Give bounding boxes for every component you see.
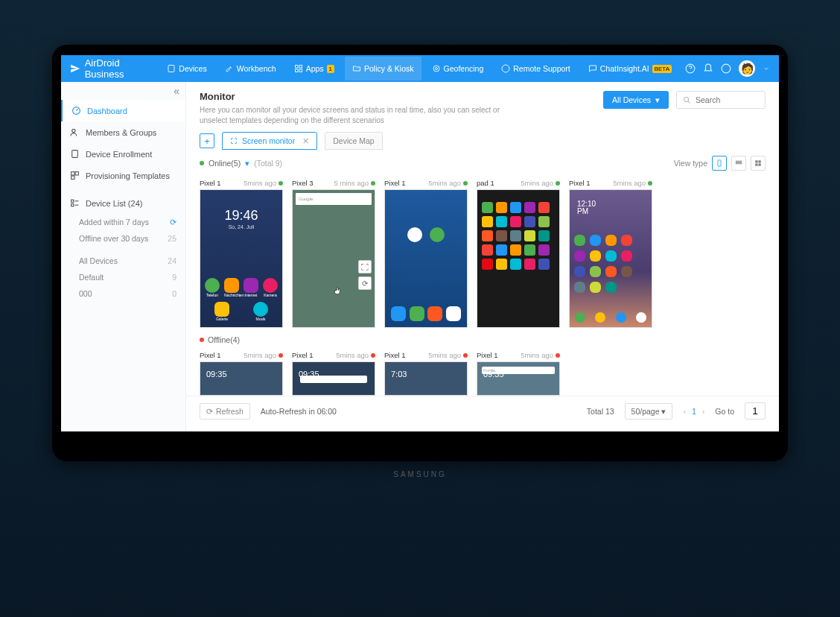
svg-rect-3 <box>295 69 298 72</box>
list-view-icon <box>735 159 742 167</box>
prev-page-button[interactable]: ‹ <box>683 407 686 416</box>
device-screen[interactable] <box>477 189 560 328</box>
bell-icon[interactable] <box>703 63 713 74</box>
svg-rect-24 <box>755 160 757 162</box>
svg-rect-23 <box>736 163 742 164</box>
device-screen[interactable] <box>569 189 652 328</box>
device-screen[interactable] <box>292 361 375 396</box>
nav-devices[interactable]: Devices <box>159 57 214 80</box>
svg-rect-13 <box>71 172 74 175</box>
svg-point-20 <box>684 97 688 101</box>
device-card[interactable]: Pixel 15mins ago <box>292 349 375 396</box>
svg-point-11 <box>72 129 75 132</box>
help-icon[interactable] <box>685 63 696 74</box>
grid-view-icon <box>754 159 762 167</box>
sidebar-members[interactable]: Members & Groups <box>61 121 185 143</box>
view-phone-button[interactable] <box>712 156 727 171</box>
view-type-label: View type <box>674 159 707 168</box>
headset-icon <box>501 64 510 73</box>
sidebar-000[interactable]: 0000 <box>61 285 185 302</box>
svg-rect-12 <box>72 151 78 158</box>
status-dot <box>556 353 560 358</box>
footer-bar: ⟳Refresh Auto-Refresh in 06:00 Total 13 … <box>186 396 779 425</box>
sidebar-dashboard[interactable]: Dashboard <box>61 100 185 121</box>
device-card[interactable]: Pixel 35 mins ago Google ⛶ ⟳ <box>292 177 375 328</box>
refresh-device-button[interactable]: ⟳ <box>358 276 372 290</box>
nav-workbench[interactable]: Workbench <box>217 57 284 80</box>
dashboard-icon <box>71 106 81 116</box>
sidebar-all-devices[interactable]: All Devices24 <box>61 253 185 269</box>
device-card[interactable]: Pixel 15mins ago <box>569 177 652 328</box>
online-dropdown[interactable]: ▾ <box>245 159 249 168</box>
add-tab-button[interactable]: + <box>200 133 214 148</box>
sidebar-added-7days[interactable]: Added within 7 days⟳ <box>61 214 185 230</box>
device-screen[interactable] <box>200 361 283 396</box>
current-page[interactable]: 1 <box>692 407 696 416</box>
sidebar-enrollment[interactable]: Device Enrollment <box>61 143 185 165</box>
status-dot <box>279 181 283 186</box>
svg-rect-27 <box>758 163 760 165</box>
refresh-icon: ⟳ <box>206 407 213 416</box>
sidebar-default[interactable]: Default9 <box>61 269 185 285</box>
device-card[interactable]: Pixel 15mins ago Google <box>477 349 560 396</box>
svg-point-5 <box>433 66 439 72</box>
sidebar-device-list[interactable]: Device List (24) <box>61 192 185 214</box>
sidebar-templates[interactable]: Provisioning Templates <box>61 165 185 186</box>
sidebar-offline-30days[interactable]: Offline over 30 days25 <box>61 230 185 247</box>
tab-screen-monitor[interactable]: Screen monitor✕ <box>222 132 317 150</box>
sidebar: « Dashboard Members & Groups Device Enro… <box>61 82 186 431</box>
templates-icon <box>70 171 80 180</box>
nav-policy-kiosk[interactable]: Policy & Kiosk <box>345 57 421 80</box>
chevron-down-icon[interactable] <box>763 63 770 74</box>
online-count: Online(5) <box>209 159 241 168</box>
device-screen[interactable]: Google <box>477 361 560 396</box>
page-size-select[interactable]: 50/page ▾ <box>625 403 673 420</box>
device-screen[interactable]: Google ⛶ ⟳ <box>292 189 375 328</box>
offline-status-dot <box>200 338 204 342</box>
svg-point-6 <box>435 68 437 70</box>
tab-device-map[interactable]: Device Map <box>325 132 382 150</box>
status-dot <box>463 353 468 358</box>
device-card[interactable]: Pixel 15mins ago <box>384 177 468 328</box>
total-label: Total 13 <box>587 407 614 416</box>
refresh-button[interactable]: ⟳Refresh <box>200 403 250 420</box>
device-card[interactable]: Pixel 15mins ago <box>200 349 283 396</box>
user-avatar[interactable]: 🧑 <box>739 60 755 77</box>
next-page-button[interactable]: › <box>702 407 705 416</box>
device-card[interactable]: pad 15mins ago <box>477 177 560 328</box>
page-description: Here you can monitor all your device scr… <box>200 105 527 126</box>
offline-count: Offline(4) <box>208 335 240 344</box>
close-tab-icon[interactable]: ✕ <box>302 136 309 145</box>
device-card[interactable]: Pixel 15mins ago <box>384 349 468 396</box>
cursor-hand-icon <box>333 285 343 296</box>
search-icon <box>683 96 691 104</box>
nav-apps[interactable]: Apps1 <box>287 57 342 80</box>
all-devices-button[interactable]: All Devices ▾ <box>603 91 669 109</box>
device-card[interactable]: Pixel 15mins ago Telefon Nachrichten Int… <box>200 177 283 328</box>
svg-rect-22 <box>736 161 742 162</box>
nav-chatinsight[interactable]: ChatInsight.AIBETA <box>581 57 679 80</box>
collapse-sidebar[interactable]: « <box>61 82 185 100</box>
svg-rect-1 <box>295 66 298 69</box>
apps-badge: 1 <box>327 65 334 73</box>
folder-icon <box>352 64 361 73</box>
svg-rect-0 <box>168 66 174 72</box>
nav-geofencing[interactable]: Geofencing <box>424 57 491 80</box>
svg-rect-14 <box>75 172 78 175</box>
search-input[interactable] <box>676 91 766 109</box>
search-field[interactable] <box>696 95 755 104</box>
view-grid-button[interactable] <box>751 156 766 171</box>
device-screen[interactable]: Telefon Nachrichten Internet Kamera Gale… <box>200 189 283 328</box>
target-icon <box>432 64 441 73</box>
device-screen[interactable] <box>384 361 468 396</box>
page-title: Monitor <box>200 91 527 102</box>
device-screen[interactable] <box>384 189 468 328</box>
refresh-icon[interactable]: ⟳ <box>170 218 176 227</box>
fullscreen-button[interactable]: ⛶ <box>358 260 372 273</box>
view-list-button[interactable] <box>731 156 746 171</box>
nav-remote-support[interactable]: Remote Support <box>494 57 577 80</box>
goto-input[interactable] <box>745 402 766 420</box>
info-icon[interactable] <box>721 63 731 74</box>
brand-logo[interactable]: AirDroid Business <box>70 57 143 80</box>
status-dot <box>648 181 652 186</box>
